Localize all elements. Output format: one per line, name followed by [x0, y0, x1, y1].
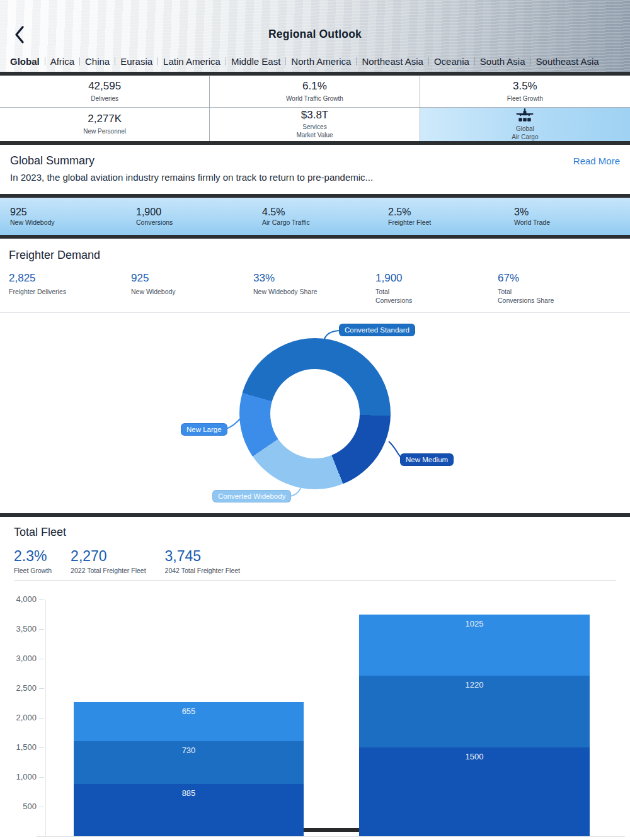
y-axis-tick — [39, 807, 44, 807]
stat-label: Freighter Deliveries — [9, 287, 131, 296]
page-title: Regional Outlook — [0, 28, 630, 41]
tab-separator — [45, 57, 45, 65]
tab-middle-east[interactable]: Middle East — [231, 56, 280, 67]
regional-outlook-screen: Regional Outlook GlobalAfricaChinaEurasi… — [0, 0, 630, 840]
total-fleet-stats: 2.3%Fleet Growth2,2702022 Total Freighte… — [14, 548, 630, 574]
stat-value: 925 — [131, 273, 253, 285]
stat-label: Total Conversions Share — [498, 287, 620, 305]
back-button[interactable] — [11, 25, 28, 45]
total-fleet-section: Total Fleet 2.3%Fleet Growth2,2702022 To… — [0, 517, 630, 840]
tab-separator — [530, 57, 531, 65]
donut-chart — [239, 338, 391, 489]
tab-africa[interactable]: Africa — [50, 56, 74, 67]
freighter-demand-section: Freighter Demand 2,825Freighter Deliveri… — [0, 239, 630, 513]
donut-label-converted-standard: Converted Standard — [339, 324, 415, 336]
stat-value: 3,745 — [165, 548, 240, 564]
stat-label: New Widebody Share — [253, 287, 375, 296]
bar-segment-value: 1220 — [359, 680, 590, 690]
bar-segment-value: 885 — [74, 788, 304, 798]
stat-label: New Personnel — [83, 127, 126, 135]
stat-value: 4.5% — [262, 207, 378, 218]
region-tabs: GlobalAfricaChinaEurasiaLatin AmericaMid… — [10, 56, 599, 67]
bar-segment-value: 1500 — [359, 752, 590, 761]
tab-separator — [158, 57, 158, 65]
stat-fleet-growth: 2.3%Fleet Growth — [14, 548, 52, 574]
tab-eurasia[interactable]: Eurasia — [120, 56, 152, 67]
divider — [14, 580, 616, 581]
stat-label: Fleet Growth — [14, 567, 52, 574]
y-axis-tick — [39, 599, 44, 600]
tab-separator — [474, 57, 475, 65]
tab-separator — [285, 57, 286, 65]
stat-total: 1,900Total Conversions — [375, 273, 498, 305]
stat-label: Conversions — [136, 219, 252, 226]
read-more-link[interactable]: Read More — [573, 156, 620, 166]
tab-southeast-asia[interactable]: Southeast Asia — [536, 56, 599, 67]
y-axis-tick — [39, 777, 44, 778]
tab-oceania[interactable]: Oceania — [434, 56, 469, 67]
stacked-bar-1: 655730885 — [74, 702, 304, 836]
stacked-bar-2: 102512201500 — [359, 615, 590, 836]
total-fleet-bar-chart: 5001,0001,5002,0002,5003,0003,5004,00065… — [0, 589, 630, 840]
bar-segment: 655 — [74, 702, 304, 741]
stat-value: 1,900 — [136, 207, 252, 218]
stat-2022-total-freighter-fleet: 2,2702022 Total Freighter Fleet — [71, 548, 146, 574]
y-axis-tick-label: 1,500 — [6, 742, 37, 752]
stat-value: $3.8T — [301, 110, 328, 122]
stat-value: 2,270 — [71, 548, 146, 564]
tab-north-america[interactable]: North America — [291, 56, 351, 67]
bar-segment-value: 730 — [74, 746, 304, 755]
global-summary-title: Global Summary — [10, 154, 94, 167]
x-axis-line — [37, 836, 625, 837]
tab-global[interactable]: Global — [10, 56, 40, 67]
tab-china[interactable]: China — [85, 56, 110, 67]
stat-label: 2042 Total Freighter Fleet — [165, 567, 240, 574]
tab-latin-america[interactable]: Latin America — [163, 56, 220, 67]
tab-separator — [356, 57, 357, 65]
y-axis-line — [45, 599, 46, 836]
stat-cell-world-traffic-growth[interactable]: 6.1%World Traffic Growth — [210, 76, 420, 108]
tab-separator — [79, 57, 80, 65]
stat-value: 33% — [253, 273, 375, 285]
bar-segment: 1025 — [359, 615, 590, 675]
stat-value: 3% — [514, 207, 630, 218]
y-axis-tick-label: 3,000 — [6, 654, 37, 664]
stat-value: 42,595 — [88, 81, 121, 93]
stat-label: Deliveries — [91, 94, 118, 103]
bar-segment: 1500 — [359, 747, 590, 836]
donut-connector — [389, 441, 401, 458]
stat-air-cargo-traffic: 4.5%Air Cargo Traffic — [252, 207, 378, 226]
stat-cell-deliveries[interactable]: 42,595Deliveries — [0, 76, 210, 108]
bar-segment-value: 655 — [74, 707, 304, 716]
stat-label: 2022 Total Freighter Fleet — [71, 567, 146, 574]
bar-segment: 730 — [74, 741, 304, 785]
tab-separator — [428, 57, 429, 65]
y-axis-tick-label: 500 — [6, 802, 37, 812]
highlight-stats-bar: 925New Widebody1,900Conversions4.5%Air C… — [0, 198, 630, 235]
y-axis-tick-label: 2,000 — [6, 713, 37, 723]
chevron-left-icon — [14, 26, 25, 43]
stat-label: New Widebody — [10, 219, 126, 226]
cargo-airplane-icon — [515, 108, 535, 123]
stat-cell-global[interactable]: Global Air Cargo — [420, 108, 630, 141]
freighter-demand-title: Freighter Demand — [9, 249, 630, 262]
stat-cell-services[interactable]: $3.8TServices Market Value — [210, 108, 420, 141]
freighter-demand-stats: 2,825Freighter Deliveries925New Widebody… — [0, 273, 630, 305]
y-axis-tick-label: 4,000 — [6, 594, 37, 604]
stat-total: 67%Total Conversions Share — [498, 273, 620, 305]
stat-value: 67% — [498, 273, 620, 285]
tab-separator — [226, 57, 226, 65]
global-summary-section: Global Summary Read More In 2023, the gl… — [0, 145, 630, 194]
tab-south-asia[interactable]: South Asia — [480, 56, 525, 67]
y-axis-tick — [39, 747, 44, 748]
stat-value: 925 — [10, 207, 126, 218]
stat-cell-new-personnel[interactable]: 2,277KNew Personnel — [0, 108, 210, 141]
tab-northeast-asia[interactable]: Northeast Asia — [362, 56, 423, 67]
stat-value: 1,900 — [375, 273, 498, 285]
stat-freighter-deliveries: 2,825Freighter Deliveries — [9, 273, 131, 305]
stat-new-widebody: 925New Widebody — [0, 207, 126, 226]
stat-label: World Trade — [514, 219, 630, 226]
stat-label: Air Cargo Traffic — [262, 219, 378, 226]
stat-cell-fleet-growth[interactable]: 3.5%Fleet Growth — [420, 76, 630, 108]
stat-label: Global Air Cargo — [512, 125, 538, 141]
